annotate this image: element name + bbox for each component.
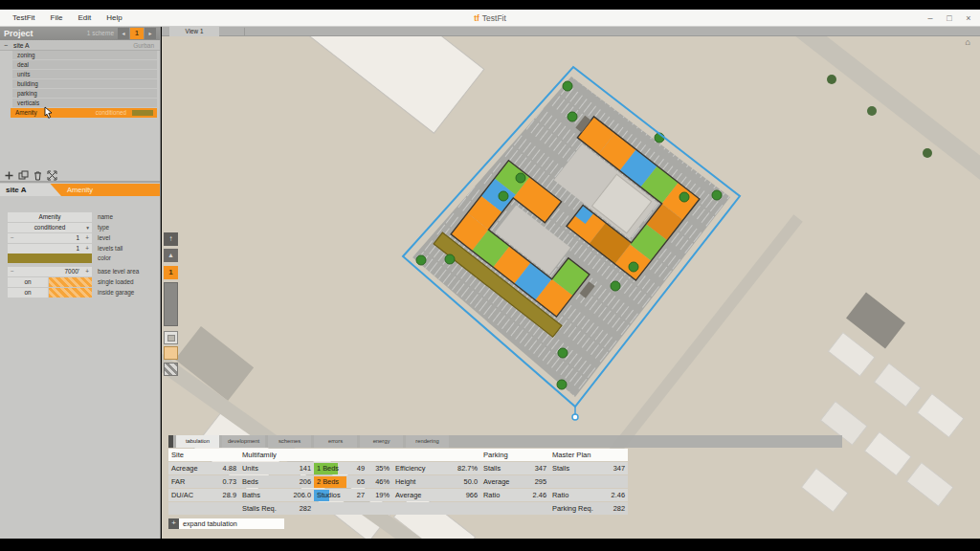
- project-panel-header: Project 1 scheme ◂ 1 ▸: [0, 27, 160, 40]
- left-sidebar: Project 1 scheme ◂ 1 ▸ − site A Gurban z…: [0, 27, 161, 539]
- tree-item[interactable]: units: [12, 70, 157, 78]
- expand-icon[interactable]: [47, 167, 57, 178]
- type-dropdown[interactable]: conditioned▾: [8, 223, 92, 232]
- increment-button[interactable]: +: [85, 244, 89, 253]
- tree-item[interactable]: Amenity conditioned: [11, 108, 157, 118]
- inside-garage-toggle[interactable]: on: [8, 288, 92, 298]
- color-swatch: [132, 100, 153, 106]
- prop-row-single-loaded: on single loaded: [0, 277, 160, 287]
- next-scheme-button[interactable]: ▸: [145, 28, 156, 39]
- toggle-switch[interactable]: [48, 288, 92, 298]
- pattern-layer-button[interactable]: [164, 363, 178, 376]
- plus-icon[interactable]: +: [168, 518, 179, 529]
- tree-item[interactable]: zoning: [12, 51, 157, 59]
- color-swatch: [132, 81, 153, 87]
- properties-header: site A Amenity: [0, 184, 160, 196]
- mouse-cursor: [44, 106, 54, 120]
- current-scheme-badge[interactable]: 1: [130, 28, 144, 39]
- level-up-button[interactable]: ↑: [164, 232, 178, 246]
- increment-button[interactable]: +: [85, 233, 89, 243]
- chevron-down-icon: ▾: [86, 223, 89, 232]
- name-field[interactable]: Amenity: [8, 212, 92, 222]
- unit-mix-cell: 1 Beds: [314, 462, 348, 474]
- base-area-stepper[interactable]: −7000'+: [8, 267, 92, 276]
- testfit-logo-icon: tf: [474, 13, 479, 23]
- level-slider[interactable]: [164, 282, 178, 326]
- color-swatch-field[interactable]: [8, 253, 92, 263]
- panel-divider: [0, 181, 160, 183]
- tab-bar-handle[interactable]: [168, 435, 173, 448]
- tabulation-table: Acreage 4.88 Units 141 1 Beds 49 35% Eff…: [168, 462, 628, 516]
- properties-title: Amenity: [67, 184, 93, 196]
- level-down-button[interactable]: ▲: [164, 249, 178, 262]
- bottom-tab[interactable]: energy: [360, 435, 403, 448]
- table-row: Acreage 4.88 Units 141 1 Beds 49 35% Eff…: [168, 462, 628, 474]
- site-name: site A: [13, 40, 30, 51]
- color-swatch: [132, 91, 153, 97]
- table-header-row: Site Multifamily Parking Master Plan: [168, 449, 628, 461]
- collapse-icon[interactable]: −: [4, 40, 8, 51]
- maximize-button[interactable]: □: [944, 10, 955, 27]
- minimize-button[interactable]: –: [924, 10, 936, 27]
- view-tab-bar: View 1: [162, 27, 980, 36]
- unit-mix-cell: Studios: [314, 489, 348, 501]
- header-spacer: [314, 449, 480, 461]
- add-icon[interactable]: [4, 167, 14, 178]
- level-stepper[interactable]: −1+: [8, 233, 92, 243]
- toggle-switch[interactable]: [48, 277, 92, 287]
- header-site: Site: [168, 449, 239, 461]
- color-swatch: [132, 110, 153, 116]
- tree-toolbar: [4, 167, 57, 178]
- table-row: Stalls Req. 282 Parking Req. 282: [168, 502, 628, 515]
- bottom-tab[interactable]: rendering: [406, 435, 449, 448]
- prop-row-base-area: −7000'+ base level area: [0, 267, 160, 276]
- bottom-tab[interactable]: tabulation: [176, 435, 219, 448]
- project-tree: zoning deal units building: [0, 51, 160, 119]
- expand-tabulation[interactable]: + expand tabulation: [168, 518, 284, 529]
- decrement-button[interactable]: −: [11, 233, 14, 243]
- color-swatch: [132, 62, 153, 68]
- table-row: DU/AC 28.9 Baths 206.0 Studios 27 19% Av…: [168, 489, 628, 501]
- app-title: tfTestFit: [0, 10, 980, 27]
- prop-row-levels-tall: 1+ levels tall: [0, 244, 160, 253]
- bottom-tabs: tabulation development schemes errors en…: [176, 435, 449, 448]
- bottom-tab[interactable]: errors: [314, 435, 357, 448]
- header-multifamily: Multifamily: [239, 449, 314, 461]
- tree-item[interactable]: building: [12, 79, 157, 88]
- unit-mix-cell: [314, 502, 348, 515]
- satellite-layer-button[interactable]: [164, 346, 178, 360]
- levels-tall-stepper[interactable]: 1+: [8, 244, 92, 253]
- scheme-count: 1 scheme: [87, 27, 114, 40]
- bottom-tab-bar: tabulation development schemes errors en…: [168, 435, 842, 448]
- home-icon[interactable]: ⌂: [966, 37, 970, 47]
- titlebar: TestFit File Edit Help tfTestFit – □ ×: [0, 10, 980, 27]
- single-loaded-toggle[interactable]: on: [8, 277, 92, 287]
- color-swatch: [132, 72, 153, 77]
- tab-separator: [244, 28, 245, 35]
- decrement-button[interactable]: −: [11, 267, 14, 276]
- site-row[interactable]: − site A Gurban: [0, 40, 160, 51]
- prop-row-type: conditioned▾ type: [0, 223, 160, 232]
- delete-icon[interactable]: [33, 167, 43, 178]
- increment-button[interactable]: +: [85, 267, 89, 276]
- bottom-tab[interactable]: development: [222, 435, 265, 448]
- prev-scheme-button[interactable]: ◂: [118, 28, 129, 39]
- table-row: FAR 0.73 Beds 206 2 Beds 65 46% Height 5…: [168, 475, 628, 488]
- project-title: Project: [4, 27, 33, 40]
- prop-row-name: Amenity name: [0, 212, 160, 222]
- tree-item[interactable]: verticals: [12, 99, 157, 107]
- close-button[interactable]: ×: [963, 10, 974, 27]
- level-indicator[interactable]: 1: [164, 266, 178, 279]
- tree-item[interactable]: parking: [12, 89, 157, 98]
- view-tab[interactable]: View 1: [169, 27, 219, 36]
- color-swatch: [132, 53, 153, 58]
- map-layer-button[interactable]: [164, 331, 178, 344]
- tree-item[interactable]: deal: [12, 60, 157, 69]
- properties-site-tab[interactable]: site A: [0, 184, 61, 196]
- boundary-handle[interactable]: [572, 414, 578, 420]
- prop-row-level: −1+ level: [0, 233, 160, 243]
- duplicate-icon[interactable]: [18, 167, 29, 178]
- header-parking: Parking: [480, 449, 549, 461]
- bottom-tab[interactable]: schemes: [268, 435, 311, 448]
- unit-mix-cell: 2 Beds: [314, 475, 348, 488]
